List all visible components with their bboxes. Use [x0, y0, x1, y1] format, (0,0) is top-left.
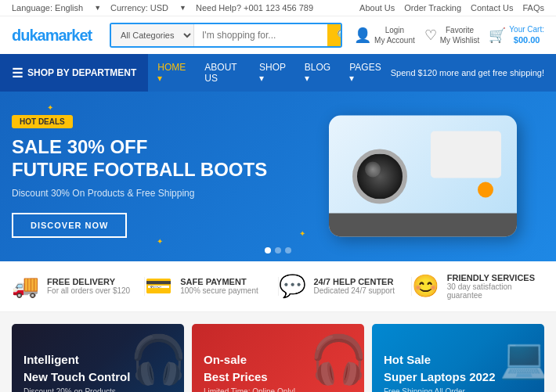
- hero-subtitle: Discount 30% On Products & Free Shipping: [12, 188, 544, 199]
- feature-payment: 💳 SAFE PAYMENT 100% secure payment: [145, 273, 277, 300]
- feature-help-text: 24/7 HELP CENTER Dedicated 24/7 support: [314, 277, 395, 295]
- promo-red-title2: Best Prices: [204, 370, 352, 384]
- login-icon[interactable]: 👤 Login My Account: [354, 25, 415, 45]
- feature-delivery-text: FREE DELIVERY For all orders over $120: [47, 277, 130, 295]
- currency-arrow: ▼: [179, 4, 186, 12]
- nav-promo-text: Spend $120 more and get free shipping!: [391, 54, 556, 92]
- feature-delivery-desc: For all orders over $120: [47, 286, 130, 295]
- wishlist-text: Favorite My Wishlist: [440, 25, 480, 45]
- logo[interactable]: dukamarket: [12, 27, 98, 45]
- category-dropdown[interactable]: All Categories: [111, 24, 194, 46]
- promo-red-sub: Limited Time: Online Only!: [204, 387, 352, 392]
- hamburger-icon: ☰: [12, 66, 23, 81]
- currency-selector[interactable]: Currency: USD: [110, 3, 168, 13]
- shop-by-department[interactable]: ☰ SHOP BY DEPARTMENT: [0, 54, 148, 92]
- nav-blog[interactable]: BLOG ▾: [295, 54, 340, 92]
- feature-delivery: 🚚 FREE DELIVERY For all orders over $120: [12, 273, 144, 300]
- feature-delivery-title: FREE DELIVERY: [47, 277, 130, 286]
- features-bar: 🚚 FREE DELIVERY For all orders over $120…: [0, 261, 556, 312]
- hero-dot-3[interactable]: [285, 247, 291, 254]
- promo-banner-dark[interactable]: 🎧 Intelligent New Touch Control Discount…: [12, 324, 184, 392]
- promo-dark-title2: New Touch Control: [23, 370, 172, 384]
- promo-section: 🎧 Intelligent New Touch Control Discount…: [0, 312, 556, 392]
- nav-pages[interactable]: PAGES ▾: [340, 54, 390, 92]
- feature-services-desc: 30 day satisfaction guarantee: [447, 282, 544, 300]
- nav-about[interactable]: ABOUT US: [195, 54, 250, 92]
- feature-help: 💬 24/7 HELP CENTER Dedicated 24/7 suppor…: [279, 273, 411, 300]
- login-text: Login My Account: [374, 25, 415, 45]
- promo-dark-title1: Intelligent: [23, 353, 172, 367]
- contact-us-link[interactable]: Contact Us: [471, 3, 513, 13]
- search-button[interactable]: 🔍: [327, 24, 342, 46]
- payment-icon: 💳: [145, 273, 172, 299]
- faqs-link[interactable]: FAQs: [522, 3, 544, 13]
- feature-help-title: 24/7 HELP CENTER: [314, 277, 395, 286]
- hero-dot-1[interactable]: [265, 247, 271, 254]
- star-decoration-1: ✦: [47, 103, 53, 112]
- promo-blue-title1: Hot Sale: [384, 353, 533, 367]
- user-icon: 👤: [354, 27, 371, 44]
- language-arrow: ▼: [94, 4, 101, 12]
- promo-red-title1: On-sale: [204, 353, 352, 367]
- help-icon: 💬: [279, 273, 306, 299]
- promo-blue-title2: Super Laptops 2022: [384, 370, 533, 384]
- header: dukamarket All Categories 🔍 👤 Login My A…: [0, 16, 556, 54]
- heart-icon: ♡: [424, 27, 437, 44]
- promo-dark-sub: Discount 20% on Products: [23, 387, 172, 392]
- nav-links: HOME ▾ ABOUT US SHOP ▾ BLOG ▾ PAGES ▾: [148, 54, 390, 92]
- feature-help-desc: Dedicated 24/7 support: [314, 286, 395, 295]
- cart-bag-icon: 🛒: [489, 27, 506, 44]
- search-bar: All Categories 🔍: [110, 23, 342, 48]
- nav-home[interactable]: HOME ▾: [148, 54, 195, 92]
- hero-dot-2[interactable]: [275, 247, 281, 254]
- order-tracking-link[interactable]: Order Tracking: [404, 3, 461, 13]
- language-selector[interactable]: Language: English: [12, 3, 83, 13]
- header-icons: 👤 Login My Account ♡ Favorite My Wishlis…: [354, 24, 544, 45]
- cart-icon[interactable]: 🛒 Your Cart: $00.00: [489, 24, 544, 45]
- feature-payment-text: SAFE PAYMENT 100% secure payment: [180, 277, 258, 295]
- search-input[interactable]: [194, 24, 327, 46]
- hot-deals-badge: HOT DEALS: [12, 115, 73, 128]
- hero-dots: [265, 247, 291, 254]
- feature-payment-desc: 100% secure payment: [180, 286, 258, 295]
- star-decoration-3: ✦: [157, 237, 163, 246]
- hero-title: SALE 30% OFF FUTURE FOOTBALL BOOTS: [12, 136, 544, 182]
- top-bar: Language: English ▼ Currency: USD ▼ Need…: [0, 0, 556, 16]
- wishlist-icon[interactable]: ♡ Favorite My Wishlist: [424, 25, 480, 45]
- promo-banner-red[interactable]: 🎧 On-sale Best Prices Limited Time: Onli…: [192, 324, 364, 392]
- top-bar-left: Language: English ▼ Currency: USD ▼ Need…: [12, 3, 313, 13]
- top-bar-right: About Us Order Tracking Contact Us FAQs: [359, 3, 544, 13]
- hero-content: HOT DEALS SALE 30% OFF FUTURE FOOTBALL B…: [12, 115, 544, 238]
- delivery-icon: 🚚: [12, 273, 39, 299]
- promo-banner-blue[interactable]: 💻 Hot Sale Super Laptops 2022 Free Shipp…: [372, 324, 544, 392]
- hero-banner: ✦ ✦ ✦ ✦ HOT DEALS SALE 30% OFF FUTURE FO…: [0, 92, 556, 261]
- feature-services-text: FRIENDLY SERVICES 30 day satisfaction gu…: [447, 273, 544, 300]
- nav-bar: ☰ SHOP BY DEPARTMENT HOME ▾ ABOUT US SHO…: [0, 54, 556, 92]
- promo-blue-sub: Free Shipping All Order: [384, 387, 533, 392]
- feature-services: 😊 FRIENDLY SERVICES 30 day satisfaction …: [412, 273, 544, 300]
- feature-payment-title: SAFE PAYMENT: [180, 277, 258, 286]
- about-us-link[interactable]: About Us: [359, 3, 395, 13]
- cart-text: Your Cart: $00.00: [509, 24, 544, 45]
- services-icon: 😊: [412, 273, 439, 299]
- feature-services-title: FRIENDLY SERVICES: [447, 273, 544, 282]
- help-text: Need Help? +001 123 456 789: [196, 3, 313, 13]
- discover-now-button[interactable]: DISCOVER NOW: [12, 213, 127, 238]
- nav-shop[interactable]: SHOP ▾: [250, 54, 295, 92]
